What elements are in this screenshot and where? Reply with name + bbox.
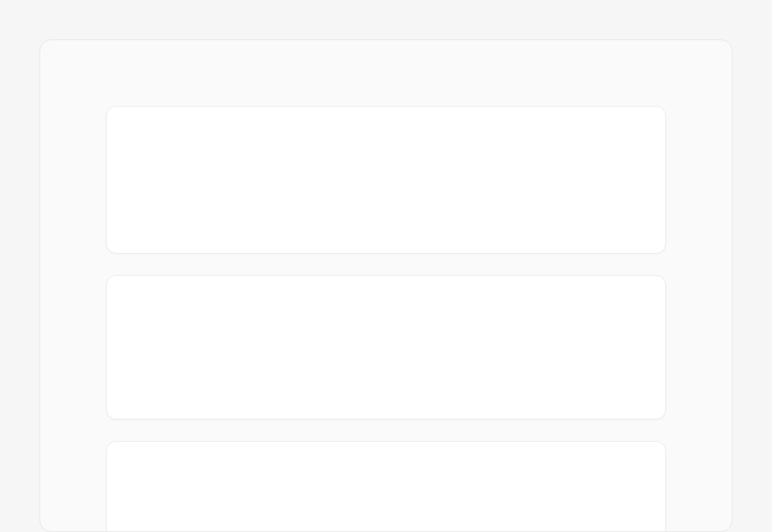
- content-panel: [39, 39, 733, 532]
- card-item: [106, 275, 666, 420]
- card-item: [106, 106, 666, 254]
- card-item: [106, 441, 666, 532]
